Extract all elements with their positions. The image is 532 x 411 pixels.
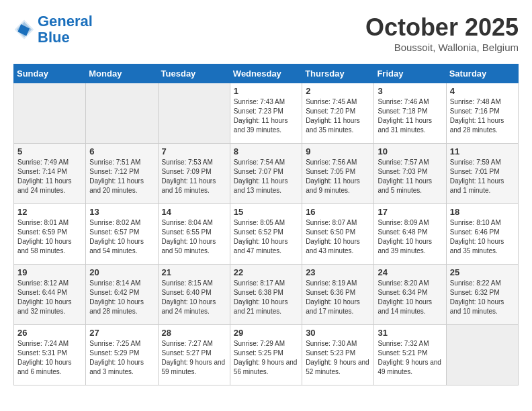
calendar-week: 1Sunrise: 7:43 AMSunset: 7:23 PMDaylight… (14, 83, 519, 144)
day-info: Sunrise: 7:51 AMSunset: 7:12 PMDaylight:… (89, 158, 154, 195)
day-info: Sunrise: 8:15 AMSunset: 6:40 PMDaylight:… (162, 279, 226, 316)
weekday-header: Wednesday (230, 64, 302, 83)
weekday-header: Monday (86, 64, 158, 83)
calendar-cell: 3Sunrise: 7:46 AMSunset: 7:18 PMDaylight… (374, 83, 446, 144)
calendar-cell: 11Sunrise: 7:59 AMSunset: 7:01 PMDayligh… (446, 144, 518, 204)
calendar-cell: 7Sunrise: 7:53 AMSunset: 7:09 PMDaylight… (158, 144, 230, 204)
calendar-cell: 12Sunrise: 8:01 AMSunset: 6:59 PMDayligh… (14, 204, 86, 265)
day-info: Sunrise: 8:10 AMSunset: 6:46 PMDaylight:… (450, 218, 515, 256)
day-number: 10 (378, 146, 442, 156)
calendar-cell: 4Sunrise: 7:48 AMSunset: 7:16 PMDaylight… (446, 83, 518, 144)
calendar-cell: 17Sunrise: 8:09 AMSunset: 6:48 PMDayligh… (374, 204, 446, 265)
day-info: Sunrise: 8:12 AMSunset: 6:44 PMDaylight:… (17, 279, 82, 316)
day-number: 15 (234, 207, 298, 217)
day-info: Sunrise: 8:20 AMSunset: 6:34 PMDaylight:… (378, 279, 442, 316)
weekday-header: Saturday (446, 64, 518, 83)
day-info: Sunrise: 7:32 AMSunset: 5:21 PMDaylight:… (378, 339, 442, 377)
title-block: October 2025 Boussoit, Wallonia, Belgium (365, 13, 519, 53)
day-number: 22 (234, 267, 298, 277)
calendar-cell: 27Sunrise: 7:25 AMSunset: 5:29 PMDayligh… (86, 325, 158, 385)
calendar-cell: 2Sunrise: 7:45 AMSunset: 7:20 PMDaylight… (302, 83, 374, 144)
day-number: 4 (450, 86, 515, 96)
calendar-cell: 21Sunrise: 8:15 AMSunset: 6:40 PMDayligh… (158, 265, 230, 325)
day-info: Sunrise: 8:22 AMSunset: 6:32 PMDaylight:… (450, 279, 515, 316)
day-number: 5 (17, 146, 82, 156)
day-number: 1 (234, 86, 298, 96)
calendar-cell: 5Sunrise: 7:49 AMSunset: 7:14 PMDaylight… (14, 144, 86, 204)
calendar-cell: 26Sunrise: 7:24 AMSunset: 5:31 PMDayligh… (14, 325, 86, 385)
day-number: 2 (306, 86, 370, 96)
weekday-header: Friday (374, 64, 446, 83)
weekday-header: Tuesday (158, 64, 230, 83)
day-info: Sunrise: 8:09 AMSunset: 6:48 PMDaylight:… (378, 218, 442, 256)
day-number: 19 (17, 267, 82, 277)
calendar-cell: 18Sunrise: 8:10 AMSunset: 6:46 PMDayligh… (446, 204, 518, 265)
day-info: Sunrise: 8:04 AMSunset: 6:55 PMDaylight:… (162, 218, 226, 256)
calendar-cell: 13Sunrise: 8:02 AMSunset: 6:57 PMDayligh… (86, 204, 158, 265)
day-info: Sunrise: 7:56 AMSunset: 7:05 PMDaylight:… (306, 158, 370, 195)
day-info: Sunrise: 8:02 AMSunset: 6:57 PMDaylight:… (89, 218, 154, 256)
day-number: 30 (306, 328, 370, 338)
location: Boussoit, Wallonia, Belgium (365, 42, 519, 53)
day-info: Sunrise: 7:27 AMSunset: 5:27 PMDaylight:… (162, 339, 226, 377)
day-info: Sunrise: 7:30 AMSunset: 5:23 PMDaylight:… (306, 339, 370, 377)
day-number: 25 (450, 267, 515, 277)
day-number: 12 (17, 207, 82, 217)
calendar-cell: 25Sunrise: 8:22 AMSunset: 6:32 PMDayligh… (446, 265, 518, 325)
day-info: Sunrise: 8:17 AMSunset: 6:38 PMDaylight:… (234, 279, 298, 316)
day-number: 7 (162, 146, 226, 156)
calendar-cell: 8Sunrise: 7:54 AMSunset: 7:07 PMDaylight… (230, 144, 302, 204)
calendar-cell (86, 83, 158, 144)
calendar-cell: 9Sunrise: 7:56 AMSunset: 7:05 PMDaylight… (302, 144, 374, 204)
calendar-cell: 28Sunrise: 7:27 AMSunset: 5:27 PMDayligh… (158, 325, 230, 385)
calendar-cell: 15Sunrise: 8:05 AMSunset: 6:52 PMDayligh… (230, 204, 302, 265)
day-info: Sunrise: 7:59 AMSunset: 7:01 PMDaylight:… (450, 158, 515, 195)
calendar-cell: 1Sunrise: 7:43 AMSunset: 7:23 PMDaylight… (230, 83, 302, 144)
calendar-cell: 22Sunrise: 8:17 AMSunset: 6:38 PMDayligh… (230, 265, 302, 325)
month-title: October 2025 (365, 13, 519, 42)
calendar-cell: 24Sunrise: 8:20 AMSunset: 6:34 PMDayligh… (374, 265, 446, 325)
day-number: 20 (89, 267, 154, 277)
day-number: 6 (89, 146, 154, 156)
calendar-cell: 31Sunrise: 7:32 AMSunset: 5:21 PMDayligh… (374, 325, 446, 385)
calendar-week: 12Sunrise: 8:01 AMSunset: 6:59 PMDayligh… (14, 204, 519, 265)
weekday-header: Sunday (14, 64, 86, 83)
day-info: Sunrise: 7:43 AMSunset: 7:23 PMDaylight:… (234, 97, 298, 135)
day-number: 14 (162, 207, 226, 217)
calendar-cell (14, 83, 86, 144)
day-number: 16 (306, 207, 370, 217)
calendar-week: 19Sunrise: 8:12 AMSunset: 6:44 PMDayligh… (14, 265, 519, 325)
day-info: Sunrise: 8:01 AMSunset: 6:59 PMDaylight:… (17, 218, 82, 256)
day-number: 31 (378, 328, 442, 338)
day-info: Sunrise: 7:57 AMSunset: 7:03 PMDaylight:… (378, 158, 442, 195)
day-info: Sunrise: 7:46 AMSunset: 7:18 PMDaylight:… (378, 97, 442, 135)
day-number: 21 (162, 267, 226, 277)
day-number: 8 (234, 146, 298, 156)
day-number: 17 (378, 207, 442, 217)
day-info: Sunrise: 8:05 AMSunset: 6:52 PMDaylight:… (234, 218, 298, 256)
day-number: 13 (89, 207, 154, 217)
calendar-cell: 23Sunrise: 8:19 AMSunset: 6:36 PMDayligh… (302, 265, 374, 325)
day-info: Sunrise: 7:54 AMSunset: 7:07 PMDaylight:… (234, 158, 298, 195)
calendar-cell: 20Sunrise: 8:14 AMSunset: 6:42 PMDayligh… (86, 265, 158, 325)
calendar-cell: 19Sunrise: 8:12 AMSunset: 6:44 PMDayligh… (14, 265, 86, 325)
logo-text: General Blue (38, 13, 93, 46)
day-info: Sunrise: 7:24 AMSunset: 5:31 PMDaylight:… (17, 339, 82, 377)
calendar-table: SundayMondayTuesdayWednesdayThursdayFrid… (13, 64, 519, 385)
day-number: 18 (450, 207, 515, 217)
day-number: 11 (450, 146, 515, 156)
calendar-cell: 10Sunrise: 7:57 AMSunset: 7:03 PMDayligh… (374, 144, 446, 204)
day-number: 28 (162, 328, 226, 338)
day-info: Sunrise: 7:45 AMSunset: 7:20 PMDaylight:… (306, 97, 370, 135)
day-info: Sunrise: 7:25 AMSunset: 5:29 PMDaylight:… (89, 339, 154, 377)
day-number: 24 (378, 267, 442, 277)
calendar-cell: 16Sunrise: 8:07 AMSunset: 6:50 PMDayligh… (302, 204, 374, 265)
calendar-cell (158, 83, 230, 144)
calendar-cell: 14Sunrise: 8:04 AMSunset: 6:55 PMDayligh… (158, 204, 230, 265)
weekday-header: Thursday (302, 64, 374, 83)
day-number: 29 (234, 328, 298, 338)
day-info: Sunrise: 8:19 AMSunset: 6:36 PMDaylight:… (306, 279, 370, 316)
day-number: 23 (306, 267, 370, 277)
day-number: 3 (378, 86, 442, 96)
day-info: Sunrise: 7:29 AMSunset: 5:25 PMDaylight:… (234, 339, 298, 377)
